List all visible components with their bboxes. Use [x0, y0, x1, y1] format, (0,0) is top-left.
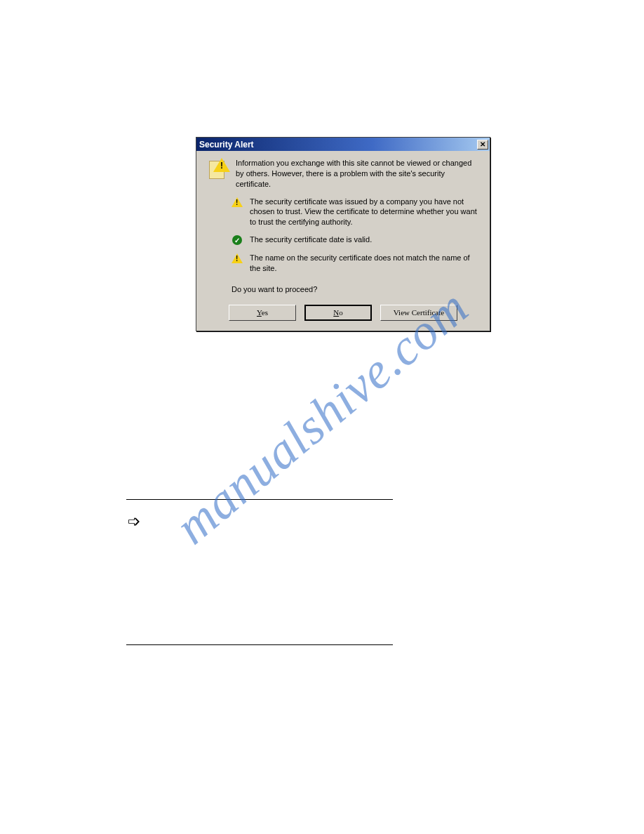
dialog-button-row: Yes No View Certificate [206, 302, 480, 321]
warning-icon [232, 197, 243, 208]
certificate-warning-icon: ! [206, 158, 229, 180]
close-icon: ✕ [480, 141, 485, 148]
view-certificate-button[interactable]: View Certificate [380, 305, 457, 321]
cert-status-text: The security certificate date is valid. [250, 234, 480, 246]
warning-icon [232, 253, 243, 264]
dialog-title: Security Alert [199, 140, 477, 150]
dialog-titlebar[interactable]: Security Alert ✕ [196, 138, 490, 151]
cert-status-text: The name on the security certificate doe… [250, 253, 480, 274]
horizontal-rule [126, 644, 393, 645]
dialog-intro-text: Information you exchange with this site … [236, 158, 480, 190]
no-button[interactable]: No [304, 305, 372, 321]
dialog-prompt: Do you want to proceed? [232, 285, 480, 293]
security-alert-dialog: Security Alert ✕ ! Information you excha… [196, 137, 490, 331]
cert-status-text: The security certificate was issued by a… [250, 197, 480, 228]
cert-status-item: The security certificate was issued by a… [232, 197, 480, 228]
ok-icon: ✓ [232, 234, 243, 246]
note-arrow-icon: ➩ [128, 512, 140, 530]
cert-status-item: The name on the security certificate doe… [232, 253, 480, 274]
cert-status-item: ✓ The security certificate date is valid… [232, 234, 480, 246]
close-button[interactable]: ✕ [477, 140, 488, 150]
document-page: Security Alert ✕ ! Information you excha… [0, 0, 644, 834]
dialog-body: ! Information you exchange with this sit… [196, 151, 490, 331]
yes-button[interactable]: Yes [229, 305, 296, 321]
horizontal-rule [126, 499, 393, 500]
